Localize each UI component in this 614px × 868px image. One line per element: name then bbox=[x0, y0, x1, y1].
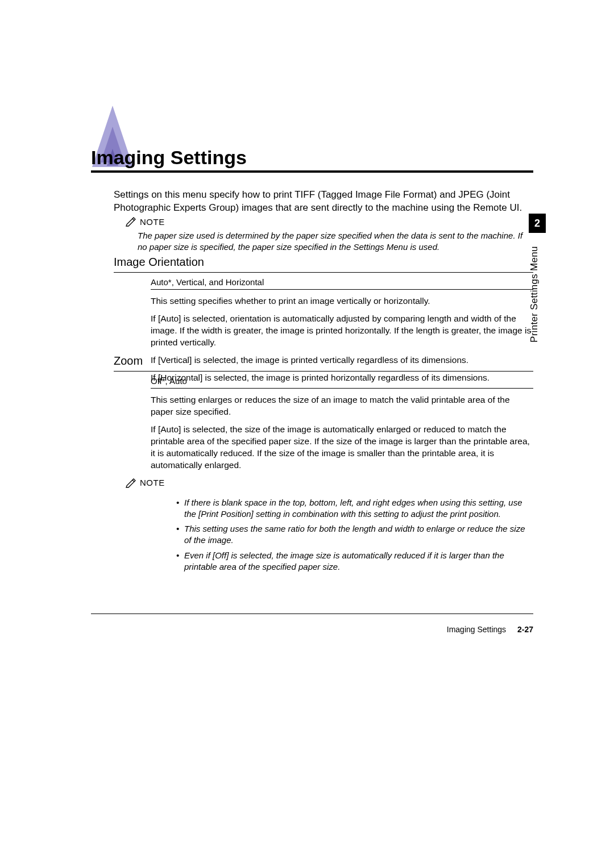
note-bullets: If there is blank space in the top, bott… bbox=[154, 497, 533, 573]
note-block-2: NOTE If there is blank space in the top,… bbox=[125, 477, 533, 573]
chapter-tab-number: 2 bbox=[529, 214, 546, 233]
bullet-item: If there is blank space in the top, bott… bbox=[176, 497, 533, 520]
intro-paragraph: Settings on this menu specify how to pri… bbox=[114, 189, 533, 215]
subheading: Zoom bbox=[114, 354, 533, 368]
paragraph: This setting enlarges or reduces the siz… bbox=[151, 394, 533, 418]
bullet-item: This setting uses the same ratio for bot… bbox=[176, 523, 533, 546]
footer-page-number: 2-27 bbox=[517, 625, 533, 634]
note-icon bbox=[125, 216, 136, 227]
footer-section: Imaging Settings bbox=[447, 625, 506, 634]
chapter-title: Imaging Settings bbox=[91, 147, 247, 169]
divider bbox=[151, 388, 533, 389]
options-list: Auto*, Vertical, and Horizontal bbox=[151, 277, 533, 287]
paragraph: This setting specifies whether to print … bbox=[151, 295, 533, 307]
note-icon bbox=[125, 477, 136, 489]
paragraph: If [Auto] is selected, orientation is au… bbox=[151, 313, 533, 349]
divider bbox=[151, 289, 533, 290]
section-zoom: Zoom Off*, Auto This setting enlarges or… bbox=[114, 354, 533, 581]
note-label: NOTE bbox=[140, 217, 165, 227]
divider bbox=[114, 272, 533, 273]
paragraph: If [Auto] is selected, the size of the i… bbox=[151, 424, 533, 471]
chapter-tab-label: Printer Settings Menu bbox=[529, 237, 546, 351]
bullet-item: Even if [Off] is selected, the image siz… bbox=[176, 550, 533, 573]
chapter-rule bbox=[91, 170, 533, 173]
note-text: The paper size used is determined by the… bbox=[125, 229, 533, 253]
note-block-1: NOTE The paper size used is determined b… bbox=[125, 216, 533, 253]
footer-rule bbox=[91, 614, 533, 614]
note-label: NOTE bbox=[140, 478, 165, 487]
options-list: Off*, Auto bbox=[151, 376, 533, 386]
subheading: Image Orientation bbox=[114, 256, 533, 269]
page-footer: Imaging Settings 2-27 bbox=[91, 625, 533, 634]
divider bbox=[114, 371, 533, 372]
